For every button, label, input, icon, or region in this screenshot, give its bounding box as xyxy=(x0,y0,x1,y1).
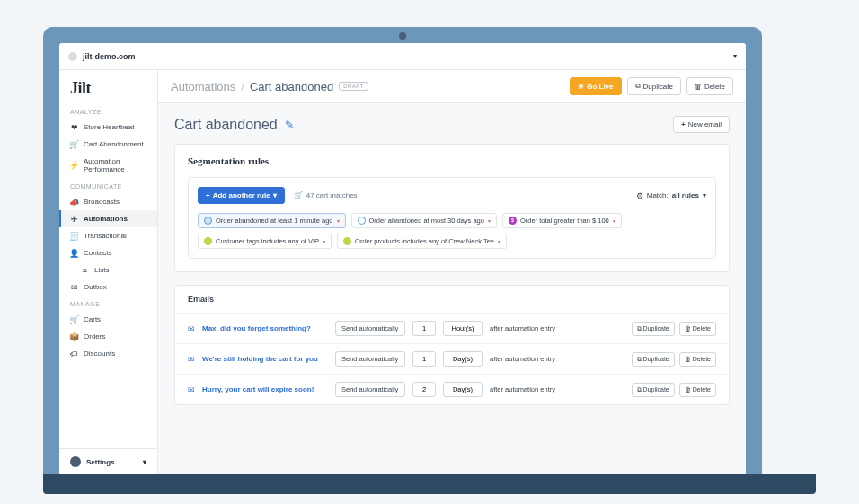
chevron-down-icon: ▾ xyxy=(613,217,615,224)
delete-email-button[interactable]: 🗑Delete xyxy=(679,383,716,397)
rule-chip[interactable]: Customer tags includes any of VIP▾ xyxy=(198,234,332,249)
email-subject-link[interactable]: Hurry, your cart will expire soon! xyxy=(202,385,328,393)
send-mode-select[interactable]: Send automatically xyxy=(335,351,405,367)
duplicate-email-button[interactable]: ⧉Duplicate xyxy=(632,322,675,336)
avatar-icon xyxy=(70,456,81,467)
nav-carts[interactable]: 🛒Carts xyxy=(59,311,157,328)
nav-lists[interactable]: ≡Lists xyxy=(59,261,157,279)
device-base xyxy=(43,474,816,494)
copy-icon: ⧉ xyxy=(637,356,642,363)
chevron-down-icon: ▾ xyxy=(273,191,277,199)
rule-chip[interactable]: Order abandoned at least 1 minute ago▾ xyxy=(198,213,346,228)
send-mode-select[interactable]: Send automatically xyxy=(335,321,405,336)
status-badge: DRAFT xyxy=(339,82,368,91)
trash-icon: 🗑 xyxy=(685,325,691,332)
megaphone-icon: 📣 xyxy=(70,198,78,206)
gear-icon: ⚙ xyxy=(636,191,643,200)
site-name: jilt-demo.com xyxy=(83,52,728,61)
breadcrumb-root[interactable]: Automations xyxy=(171,80,235,93)
plus-icon: + xyxy=(206,191,210,199)
send-mode-select[interactable]: Send automatically xyxy=(335,382,405,397)
nav-automation-performance[interactable]: ⚡Automation Performance xyxy=(59,153,157,178)
nav-store-heartbeat[interactable]: ❤Store Heartbeat xyxy=(59,119,157,136)
trash-icon: 🗑 xyxy=(685,356,691,362)
add-rule-button[interactable]: +Add another rule▾ xyxy=(198,187,285,204)
rule-chip[interactable]: $Order total greater than $ 100▾ xyxy=(502,213,622,228)
go-live-button[interactable]: ☀Go Live xyxy=(570,77,621,95)
section-analyze: ANALYZE xyxy=(59,103,157,119)
duplicate-button[interactable]: ⧉Duplicate xyxy=(627,77,681,95)
email-subject-link[interactable]: We're still holding the cart for you xyxy=(202,355,328,363)
settings-button[interactable]: Settings ▾ xyxy=(59,448,157,474)
trash-icon: 🗑 xyxy=(695,83,702,91)
breadcrumb-sep: / xyxy=(241,80,244,93)
tag-icon: 🏷 xyxy=(70,349,78,358)
nav-discounts[interactable]: 🏷Discounts xyxy=(59,345,157,362)
delay-unit-select[interactable]: Day(s) xyxy=(443,382,483,397)
breadcrumb-current: Cart abandoned xyxy=(250,80,333,93)
nav-contacts[interactable]: 👤Contacts xyxy=(59,244,157,261)
orders-icon: 📦 xyxy=(70,332,78,340)
chevron-down-icon: ▾ xyxy=(733,52,737,60)
nav-broadcasts[interactable]: 📣Broadcasts xyxy=(59,193,157,210)
email-subject-link[interactable]: Max, did you forget something? xyxy=(202,324,328,332)
dot-icon xyxy=(343,237,351,245)
duplicate-email-button[interactable]: ⧉Duplicate xyxy=(632,383,675,397)
nav-orders[interactable]: 📦Orders xyxy=(59,328,157,345)
chevron-down-icon: ▾ xyxy=(703,191,706,199)
bolt-icon: ⚡ xyxy=(70,162,78,170)
segmentation-panel: Segmentation rules +Add another rule▾ 🛒4… xyxy=(174,144,730,272)
delay-unit-select[interactable]: Hour(s) xyxy=(443,321,483,336)
segmentation-inner: +Add another rule▾ 🛒47 cart matches ⚙Mat… xyxy=(188,177,716,259)
emails-panel: Emails ✉ Max, did you forget something? … xyxy=(174,285,730,405)
delay-qty-input[interactable]: 1 xyxy=(412,321,436,336)
title-row: Cart abandoned ✎ +New email xyxy=(174,116,730,133)
delete-button[interactable]: 🗑Delete xyxy=(686,77,733,95)
page-header: Automations / Cart abandoned DRAFT ☀Go L… xyxy=(158,70,746,103)
content: Cart abandoned ✎ +New email Segmentation… xyxy=(158,103,746,430)
email-row: ✉ We're still holding the cart for you S… xyxy=(175,343,729,374)
dollar-icon: $ xyxy=(509,217,517,225)
nav-outbox[interactable]: ✉Outbox xyxy=(59,279,157,296)
chevron-down-icon: ▾ xyxy=(323,238,325,244)
mail-icon: ✉ xyxy=(188,324,195,333)
chevron-down-icon: ▾ xyxy=(337,217,340,224)
dot-icon xyxy=(204,237,212,245)
segmentation-title: Segmentation rules xyxy=(175,145,729,177)
delay-qty-input[interactable]: 1 xyxy=(412,351,436,367)
email-row: ✉ Max, did you forget something? Send au… xyxy=(175,313,729,343)
after-label: after automation entry xyxy=(490,355,555,363)
new-email-button[interactable]: +New email xyxy=(673,116,730,133)
chevron-down-icon: ▾ xyxy=(498,238,500,244)
nav-transactional[interactable]: 🧾Transactional xyxy=(59,227,157,244)
copy-icon: ⧉ xyxy=(637,386,642,393)
delete-email-button[interactable]: 🗑Delete xyxy=(679,352,716,367)
delete-email-button[interactable]: 🗑Delete xyxy=(679,322,716,336)
delay-qty-input[interactable]: 2 xyxy=(412,382,436,397)
row-actions: ⧉Duplicate 🗑Delete xyxy=(632,383,716,397)
mail-icon: ✉ xyxy=(188,355,195,364)
copy-icon: ⧉ xyxy=(635,82,641,91)
rule-chip[interactable]: Order products includes any of Crew Neck… xyxy=(337,234,507,249)
nav-automations[interactable]: ✈Automations xyxy=(59,210,157,227)
receipt-icon: 🧾 xyxy=(70,232,78,240)
rule-chip[interactable]: Order abandoned at most 30 days ago▾ xyxy=(351,213,497,228)
main-area: Automations / Cart abandoned DRAFT ☀Go L… xyxy=(158,70,746,474)
emails-title: Emails xyxy=(175,286,729,313)
row-actions: ⧉Duplicate 🗑Delete xyxy=(632,322,716,336)
cart-icon: 🛒 xyxy=(294,191,303,199)
delay-unit-select[interactable]: Day(s) xyxy=(443,351,483,367)
duplicate-email-button[interactable]: ⧉Duplicate xyxy=(632,352,675,367)
app-body: Jilt ANALYZE ❤Store Heartbeat 🛒Cart Aban… xyxy=(59,70,746,474)
site-switcher[interactable]: jilt-demo.com ▾ xyxy=(59,43,746,70)
after-label: after automation entry xyxy=(490,385,555,393)
match-mode-selector[interactable]: ⚙Match: all rules ▾ xyxy=(636,191,706,200)
chevron-down-icon: ▾ xyxy=(488,217,491,224)
trash-icon: 🗑 xyxy=(685,386,691,393)
rule-chips: Order abandoned at least 1 minute ago▾ O… xyxy=(198,213,706,249)
app-window: jilt-demo.com ▾ Jilt ANALYZE ❤Store Hear… xyxy=(59,43,746,474)
site-dot-icon xyxy=(68,52,77,61)
copy-icon: ⧉ xyxy=(637,325,642,332)
pencil-icon[interactable]: ✎ xyxy=(285,119,294,131)
nav-cart-abandonment[interactable]: 🛒Cart Abandonment xyxy=(59,136,157,153)
